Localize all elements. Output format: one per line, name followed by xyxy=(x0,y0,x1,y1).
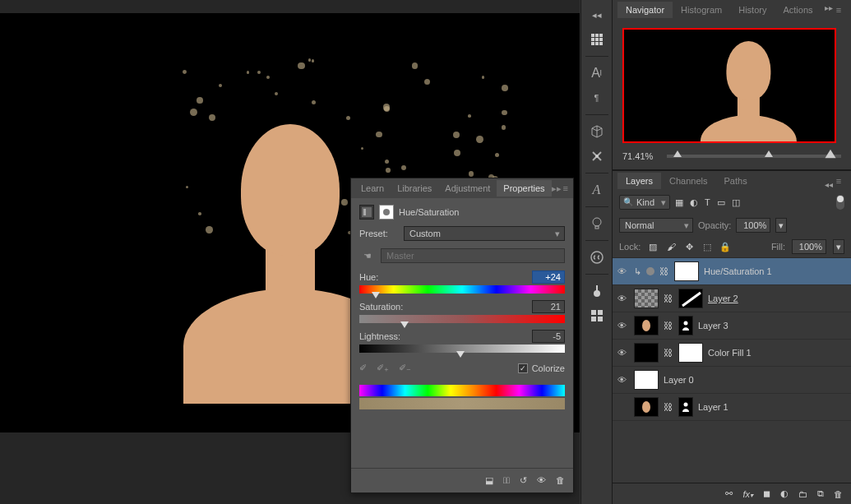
layer-thumbnail[interactable] xyxy=(634,289,659,308)
layer-thumbnail[interactable] xyxy=(634,343,659,363)
opacity-dropdown[interactable]: ▾ xyxy=(775,218,787,233)
panel-menu-icon[interactable]: ≡ xyxy=(831,176,846,186)
paragraph-icon[interactable]: ¶ xyxy=(585,86,608,109)
delete-layer-icon[interactable]: 🗑 xyxy=(834,489,843,499)
tab-histogram[interactable]: Histogram xyxy=(673,2,730,18)
collapse-icon[interactable]: ◂◂ xyxy=(825,180,833,189)
layer-name[interactable]: Layer 0 xyxy=(664,375,846,385)
visibility-icon[interactable]: 👁 xyxy=(617,321,629,331)
delete-adjustment-icon[interactable]: 🗑 xyxy=(556,475,565,486)
eyedropper-sub-icon[interactable]: ✐₋ xyxy=(399,363,411,373)
tab-actions[interactable]: Actions xyxy=(775,2,821,18)
collapse-icon[interactable]: ▸▸ xyxy=(825,3,833,12)
fx-icon[interactable]: fx▾ xyxy=(742,489,753,499)
zoom-value[interactable]: 71.41% xyxy=(622,151,662,161)
zoom-out-icon[interactable] xyxy=(673,150,682,157)
layer-mask-thumbnail[interactable] xyxy=(678,316,693,335)
saturation-slider[interactable] xyxy=(359,315,565,323)
zoom-in-icon[interactable] xyxy=(826,150,836,158)
lock-transparency-icon[interactable]: ▨ xyxy=(647,242,659,252)
preset-select[interactable]: Custom xyxy=(404,226,565,241)
add-mask-icon[interactable]: ◼ xyxy=(763,488,770,499)
visibility-icon[interactable]: 👁 xyxy=(617,294,629,303)
layer-row[interactable]: 👁⛓Layer 2 xyxy=(613,285,851,312)
filter-toggle[interactable] xyxy=(836,195,844,210)
toggle-visibility-icon[interactable]: 👁 xyxy=(537,475,546,486)
link-icon[interactable]: ⛓ xyxy=(664,402,673,412)
eyedropper-icon[interactable]: ✐ xyxy=(359,363,367,373)
tab-history[interactable]: History xyxy=(730,2,775,18)
tools-cross-icon[interactable] xyxy=(585,145,608,168)
tab-navigator[interactable]: Navigator xyxy=(617,2,673,18)
lightness-value[interactable]: -5 xyxy=(532,330,565,343)
layer-name[interactable]: Layer 3 xyxy=(698,321,846,331)
fill-value[interactable]: 100% xyxy=(792,239,826,254)
brush-panel-icon[interactable] xyxy=(585,280,608,303)
layer-thumbnail[interactable] xyxy=(634,370,659,390)
new-group-icon[interactable]: 🗀 xyxy=(798,489,807,499)
bulb-icon[interactable] xyxy=(585,212,608,235)
collapse-icon[interactable]: ▸▸ xyxy=(552,183,562,194)
layer-name[interactable]: Layer 1 xyxy=(698,402,846,412)
layer-row[interactable]: ⛓Layer 1 xyxy=(613,394,851,421)
layer-mask-thumbnail[interactable] xyxy=(678,343,703,363)
filter-adjust-icon[interactable]: ◐ xyxy=(690,197,698,208)
clip-to-layer-icon[interactable]: ⬓ xyxy=(485,475,493,486)
collapse-icon[interactable]: ◂◂ xyxy=(585,3,608,26)
lock-all-icon[interactable]: 🔒 xyxy=(719,242,731,252)
tab-channels[interactable]: Channels xyxy=(661,173,715,189)
hue-slider[interactable] xyxy=(359,285,565,294)
visibility-icon[interactable]: 👁 xyxy=(617,348,629,358)
blend-mode-select[interactable]: Normal xyxy=(619,218,693,233)
layer-name[interactable]: Layer 2 xyxy=(708,294,846,303)
new-layer-icon[interactable]: ⧉ xyxy=(817,488,824,499)
grid-icon[interactable] xyxy=(585,28,608,51)
targeted-adjust-icon[interactable]: ☚ xyxy=(359,247,376,264)
link-icon[interactable]: ⛓ xyxy=(664,321,673,331)
link-icon[interactable]: ⛓ xyxy=(664,294,673,303)
layer-thumbnail[interactable] xyxy=(634,316,659,335)
layer-thumbnail[interactable] xyxy=(634,397,659,417)
fill-dropdown[interactable]: ▾ xyxy=(833,239,844,254)
link-icon[interactable]: ⛓ xyxy=(664,348,673,358)
3d-icon[interactable] xyxy=(585,120,608,143)
tab-paths[interactable]: Paths xyxy=(716,173,756,189)
filter-type-icon[interactable]: T xyxy=(705,197,710,208)
view-previous-icon[interactable]: 👁⃠ xyxy=(503,475,510,486)
panel-menu-icon[interactable]: ≡ xyxy=(562,183,571,193)
navigator-thumbnail[interactable] xyxy=(622,28,836,143)
tab-libraries[interactable]: Libraries xyxy=(391,180,438,197)
reset-icon[interactable]: ↺ xyxy=(520,475,527,486)
panel-menu-icon[interactable]: ≡ xyxy=(831,5,846,15)
tab-properties[interactable]: Properties xyxy=(497,180,551,197)
layer-row[interactable]: 👁↳⛓Hue/Saturation 1 xyxy=(613,258,851,285)
visibility-icon[interactable]: 👁 xyxy=(617,266,629,276)
lock-position-icon[interactable]: ✥ xyxy=(683,242,695,252)
layer-mask-thumbnail[interactable] xyxy=(678,289,703,308)
layer-name[interactable]: Hue/Saturation 1 xyxy=(704,266,846,276)
layer-mask-thumbnail[interactable] xyxy=(678,397,693,417)
lightness-slider[interactable] xyxy=(359,344,565,353)
swatches-icon[interactable] xyxy=(585,304,608,327)
opacity-value[interactable]: 100% xyxy=(736,218,770,233)
filter-smart-icon[interactable]: ◫ xyxy=(732,197,740,208)
lock-artboard-icon[interactable]: ⬚ xyxy=(701,242,713,252)
saturation-value[interactable]: 21 xyxy=(532,300,565,313)
filter-pixel-icon[interactable]: ▦ xyxy=(675,197,683,208)
add-adjustment-icon[interactable]: ◐ xyxy=(780,488,789,499)
zoom-slider[interactable] xyxy=(667,155,841,158)
layer-name[interactable]: Color Fill 1 xyxy=(708,348,846,358)
visibility-icon[interactable]: 👁 xyxy=(617,375,629,385)
link-layers-icon[interactable]: ⚯ xyxy=(725,488,733,499)
tab-layers[interactable]: Layers xyxy=(617,173,661,189)
character-icon[interactable]: A| xyxy=(585,62,608,85)
layer-filter-kind[interactable]: Kind xyxy=(619,195,670,210)
eyedropper-add-icon[interactable]: ✐₊ xyxy=(377,363,389,373)
link-icon[interactable]: ⛓ xyxy=(659,266,669,276)
colorize-checkbox[interactable]: ✓Colorize xyxy=(518,363,565,373)
glyphs-icon[interactable]: A xyxy=(585,178,608,201)
hue-value[interactable]: +24 xyxy=(532,270,565,284)
filter-shape-icon[interactable]: ▭ xyxy=(717,197,725,208)
lock-brush-icon[interactable]: 🖌 xyxy=(665,242,677,252)
layer-row[interactable]: 👁Layer 0 xyxy=(613,367,851,394)
